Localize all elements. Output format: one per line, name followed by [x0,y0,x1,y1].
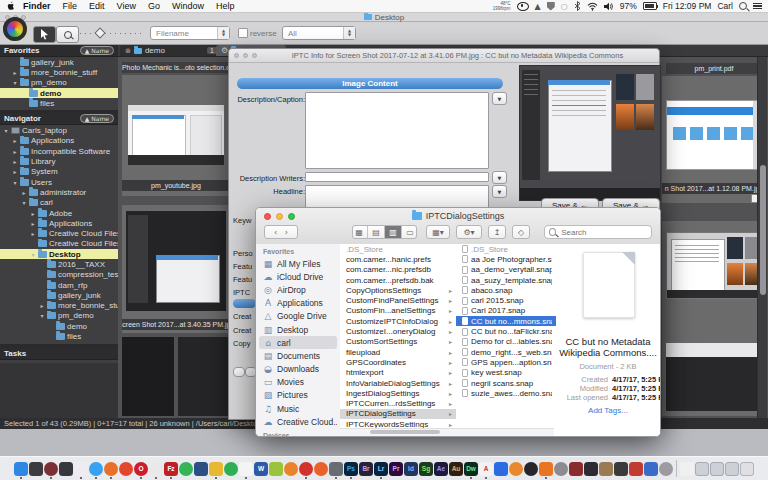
nav-pm-demo[interactable]: ▾ pm_demo [0,311,118,321]
nav-gallery-junk[interactable]: gallery_junk [0,290,118,300]
writers-input[interactable] [305,172,489,182]
disclosure-arrow-icon[interactable]: ▾ [21,199,27,206]
file-row[interactable]: demo_right...s_web.snap [456,347,556,357]
menu-item[interactable]: Go [142,1,166,11]
disclosure-arrow-icon[interactable]: ▾ [39,312,45,319]
filezilla[interactable]: Fz [164,462,178,476]
file-row[interactable]: .DS_Store [456,244,556,254]
menu-item[interactable]: Window [166,1,210,11]
arrow-tool-button[interactable] [33,26,56,43]
add-tags-link[interactable]: Add Tags... [558,406,658,415]
file-row[interactable]: InfoVariableDialogSettings ▸ [340,378,456,388]
dark-app-2[interactable] [614,462,628,476]
view-switcher[interactable]: ▦ ▤ ▥ ▭ [352,225,417,239]
sidebar-google-drive[interactable]: △ Google Drive [259,310,337,323]
nav-more-bonnie-stuff[interactable]: ▸ more_bonnie_stuff [0,301,118,311]
sidebar-movies[interactable]: ▭ Movies [259,376,337,389]
dreamweaver[interactable]: Dw [464,462,478,476]
file-row[interactable]: aa_demo_verytall.snap [456,265,556,275]
nav-creative-cloud-files-2[interactable]: Creative Cloud Files ( [0,239,118,249]
caption-textarea[interactable] [305,92,489,169]
sheet-scrollbar-thumb[interactable] [760,165,766,295]
favorites-sort-button[interactable]: ▲ Name [80,46,114,55]
sidebar-desktop[interactable]: ▥ Desktop [259,323,337,336]
menu-item[interactable]: File [57,1,84,11]
iptc-dialog-titlebar[interactable]: IPTC Info for Screen Shot 2017-07-12 at … [229,49,659,63]
finder-horizontal-scrollbar[interactable] [340,428,554,436]
fav-pm-demo[interactable]: ▾ pm_demo [0,78,118,88]
sidebar-pictures[interactable]: ▨ Pictures [259,389,337,402]
disclosure-arrow-icon[interactable]: ▸ [21,189,27,196]
indesign[interactable]: Id [404,462,418,476]
orange-sun-app[interactable] [314,462,328,476]
nav-applications[interactable]: ▸ Applications [0,136,118,146]
file-row[interactable]: IngestDialogSettings ▸ [340,388,456,398]
disclosure-arrow-icon[interactable]: ▸ [30,210,36,217]
zoom-tool-button[interactable] [56,26,79,43]
search-input[interactable] [559,227,647,238]
file-row[interactable]: CustomizeI...oneryDialog ▸ [340,326,456,336]
navy-app[interactable] [194,462,208,476]
dark-globe-app[interactable] [59,462,73,476]
nav-applications-2[interactable]: ▸ Applications [0,218,118,228]
sidebar-applications[interactable]: A Applications [259,297,337,310]
green-circle-app-2[interactable] [224,462,238,476]
file-row[interactable]: CC but no...mmons.snap [456,316,556,326]
favorites-panel-header[interactable]: Favorites ▲ Name [0,45,118,57]
file-row[interactable]: CustomSortSettings ▸ [340,337,456,347]
sidebar-all-my-files[interactable]: ▦ All My Files [259,257,337,270]
nav-library[interactable]: ▸ Library [0,156,118,166]
file-row[interactable]: aa Joe Photographer.snap [456,254,556,264]
safari[interactable] [89,462,103,476]
nav-creative-cloud-files[interactable]: ▸ Creative Cloud Files [0,228,118,238]
premiere[interactable]: Pr [389,462,403,476]
search-field[interactable] [544,225,652,239]
disclosure-arrow-icon[interactable]: ▾ [12,179,18,186]
disclosure-arrow-icon[interactable]: ▸ [12,158,18,165]
file-row[interactable]: negril scans.snap [456,378,556,388]
section-button-partial[interactable] [233,299,256,308]
nav-system[interactable]: ▸ System [0,167,118,177]
scrollbar-thumb[interactable] [370,430,440,434]
notification-center-icon[interactable] [753,3,762,10]
thumbnail-label[interactable]: Screen Shot 2017...at 3.40.35 PM.jpg [122,319,230,330]
coverflow-view-button[interactable]: ▭ [402,226,418,238]
sidebar-airdrop[interactable]: ◎ AirDrop [259,283,337,296]
disclosure-arrow-icon[interactable]: ▾ [12,79,18,86]
red-app-2[interactable] [629,462,643,476]
file-row[interactable]: abaco.snap [456,285,556,295]
tab-close-icon[interactable]: ⊗ [125,47,131,55]
sidebar-downloads[interactable]: ◒ Downloads [259,363,337,376]
shield-menu-icon[interactable] [547,2,555,11]
red-browser[interactable] [119,462,133,476]
disclosure-arrow-icon[interactable]: ▸ [30,230,36,237]
navigator-panel-header[interactable]: Navigator ▲ Name [0,113,118,125]
headline-dropdown-button[interactable]: ▼ [492,185,507,198]
share-button[interactable]: ↥ [488,225,506,239]
virtualbox[interactable] [644,462,658,476]
circle-menu-icon[interactable]: ○ [561,2,568,11]
wifi-icon[interactable] [587,2,598,11]
maroon-circle-app[interactable] [44,462,58,476]
firefox[interactable] [104,462,118,476]
sidebar-icloud-drive[interactable]: ☁ iCloud Drive [259,270,337,283]
close-button[interactable] [234,53,239,58]
istat-temps[interactable]: 48°C 1996rpm [493,1,511,11]
textedit[interactable] [239,462,253,476]
nav-dam-rfp[interactable]: dam_rfp [0,280,118,290]
file-row[interactable]: Carl 2017.snap [456,306,556,316]
thumbnail-label[interactable]: Photo Mechanic is...oto selection.d [122,62,230,73]
file-row[interactable]: IPTCCurren...rdsSettings ▸ [340,398,456,408]
finder-titlebar[interactable]: IPTCDialogSettings ‹ › ▦ ▤ ▥ ▭ ▦▾ ⚙▾ ↥ ◇ [256,208,660,245]
trash[interactable] [740,462,754,476]
stack-folder-1[interactable] [695,462,709,476]
action-gear-button[interactable]: ⚙▾ [456,225,482,239]
lime-app[interactable] [269,462,283,476]
file-row[interactable]: com.camer...hanic.prefs [340,254,456,264]
sort-field-select[interactable]: Filename ▲▼ [150,26,230,40]
list-view-button[interactable]: ▤ [368,226,385,238]
navigator-sort-button[interactable]: ▲ Name [80,114,114,123]
file-row[interactable]: suzie_awes...demo.snap [456,388,556,398]
photo-mechanic-titlebar[interactable]: Desktop [0,13,768,22]
stack-folder-3[interactable] [725,462,739,476]
